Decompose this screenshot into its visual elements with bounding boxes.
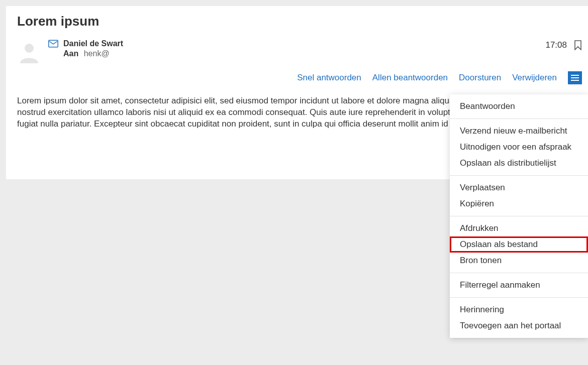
menu-item[interactable]: Afdrukken [450,220,588,236]
more-actions-button[interactable] [568,71,582,84]
menu-item[interactable]: Filterregel aanmaken [450,277,588,293]
sender-name: Daniel de Swart [63,39,123,48]
menu-item[interactable]: Beantwoorden [450,98,588,114]
more-actions-menu: BeantwoordenVerzend nieuw e-mailberichtU… [450,94,588,338]
quick-reply-link[interactable]: Snel antwoorden [297,73,361,83]
menu-group: Filterregel aanmaken [450,273,588,298]
to-label: Aan [63,49,78,58]
svg-rect-2 [571,75,579,76]
menu-item[interactable]: Opslaan als distributielijst [450,155,588,171]
subject-heading: Lorem ipsum [6,6,588,39]
menu-group: AfdrukkenOpslaan als bestandBron tonen [450,216,588,273]
menu-group: VerplaatsenKopiëren [450,176,588,216]
menu-item[interactable]: Bron tonen [450,253,588,269]
reply-all-link[interactable]: Allen beantwoorden [372,73,448,83]
menu-group: Beantwoorden [450,94,588,119]
delete-link[interactable]: Verwijderen [512,73,557,83]
menu-group: HerinneringToevoegen aan het portaal [450,298,588,338]
menu-item[interactable]: Verzend nieuw e-mailbericht [450,123,588,139]
sender-block: Daniel de Swart Aan henk@ [48,39,545,58]
menu-item[interactable]: Herinnering [450,302,588,318]
menu-item[interactable]: Uitnodigen voor een afspraak [450,139,588,155]
message-header: Daniel de Swart Aan henk@ 17:08 [6,39,588,63]
actions-row: Snel antwoorden Allen beantwoorden Doors… [6,63,588,89]
avatar [17,39,41,63]
to-value: henk@ [84,49,110,58]
menu-group: Verzend nieuw e-mailberichtUitnodigen vo… [450,119,588,176]
meta-right: 17:08 [545,39,582,50]
svg-rect-3 [571,77,579,78]
svg-point-0 [25,44,34,53]
forward-link[interactable]: Doorsturen [459,73,501,83]
menu-item[interactable]: Kopiëren [450,196,588,212]
timestamp: 17:08 [545,40,567,50]
menu-item[interactable]: Opslaan als bestand [450,236,588,253]
bookmark-icon[interactable] [574,40,582,50]
envelope-icon [48,40,58,48]
menu-item[interactable]: Verplaatsen [450,180,588,196]
menu-item[interactable]: Toevoegen aan het portaal [450,318,588,334]
svg-rect-4 [571,80,579,81]
